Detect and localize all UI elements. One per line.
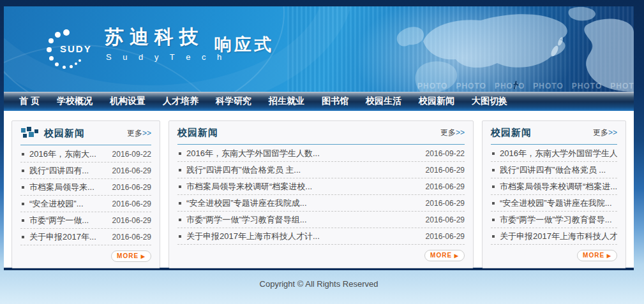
news-item-row: 践行“四讲四有”做合格党员 ...	[491, 162, 617, 178]
nav-item[interactable]: 学校概况	[57, 96, 93, 107]
news-title-link[interactable]: 关于申报2017年上海市科技人才...	[500, 231, 617, 242]
panel-header: 校园新闻 更多>>	[177, 127, 465, 145]
news-item-row: 关于申报2017年... 2016-06-29	[20, 229, 151, 245]
news-item-row: 2016年，东南大学外国留学生人数... 2016-09-22	[177, 145, 465, 162]
panels-row: 校园新闻 更多>> 2016年，东南大... 2016-09-22 践行“四讲四…	[11, 120, 626, 268]
nav-item[interactable]: 科学研究	[216, 96, 251, 107]
news-item-row: 践行“四讲四有... 2016-06-29	[20, 163, 151, 179]
nav-item[interactable]: 大图切换	[472, 96, 507, 107]
nav-item[interactable]: 校园生活	[366, 96, 401, 107]
news-panel: 校园新闻 更多>> 2016年，东南大... 2016-09-22 践行“四讲四…	[11, 120, 160, 268]
bullet-icon	[492, 152, 495, 155]
bullet-icon	[179, 219, 181, 221]
logo-text: SUDY	[60, 43, 92, 54]
more-link-text: 更多	[440, 128, 456, 137]
more-button[interactable]: MORE ▶	[111, 250, 151, 262]
nav-item[interactable]: 校园新闻	[419, 96, 454, 107]
news-title-link[interactable]: 关于申报2017年上海市科技人才计...	[186, 231, 421, 242]
photo-watermark: PHOTO	[456, 82, 486, 90]
more-button[interactable]: MORE ▶	[424, 250, 465, 261]
news-panel: 校园新闻 更多>> 2016年，东南大学外国留学生人数... 2016-09-2…	[168, 120, 474, 268]
news-item-row: “安全进校园”... 2016-06-29	[20, 196, 151, 212]
news-item-row: “安全进校园”专题讲座在我院成... 2016-06-29	[177, 195, 465, 212]
bullet-icon	[492, 235, 495, 238]
bullet-icon	[22, 219, 24, 222]
more-button-label: MORE	[430, 252, 452, 259]
nav-item[interactable]: 机构设置	[110, 96, 146, 107]
nav-item[interactable]: 人才培养	[163, 96, 198, 107]
panel-header: 校园新闻 更多>>	[491, 127, 617, 145]
panel-title: 校园新闻	[177, 127, 218, 139]
bullet-icon	[22, 203, 24, 205]
more-button-label: MORE	[117, 252, 139, 259]
news-title-link[interactable]: 践行“四讲四有...	[29, 165, 107, 177]
header-banner: SUDY 苏迪科技 S u d y T e c h 响应式 PHOTOPHOTO…	[4, 6, 634, 92]
logo-spinner-dot	[49, 38, 54, 43]
news-title-link[interactable]: “安全进校园”...	[29, 198, 107, 210]
news-item-row: 市委“两学一做... 2016-06-29	[20, 212, 151, 229]
more-link[interactable]: 更多>>	[127, 128, 151, 139]
news-title-link[interactable]: 2016年，东南大...	[29, 148, 107, 160]
news-item-row: 践行“四讲四有”做合格党员 主... 2016-06-29	[177, 162, 465, 178]
news-item-row: 关于申报2017年上海市科技人才...	[491, 228, 617, 245]
news-item-row: 2016年，东南大... 2016-09-22	[20, 146, 151, 163]
news-list: 2016年，东南大学外国留学生人... 践行“四讲四有”做合格党员 ... 市档…	[491, 145, 617, 245]
news-title-link[interactable]: “安全进校园”专题讲座在我院成...	[186, 198, 421, 209]
photo-watermark: PHOTO	[417, 82, 447, 90]
photo-watermark: PHOTO	[610, 82, 634, 90]
bullet-icon	[22, 186, 24, 189]
news-item-row: 市委“两学一做”学习教育督导组... 2016-06-29	[177, 212, 465, 228]
site-logo[interactable]: SUDY	[26, 23, 115, 76]
bullet-icon	[492, 169, 495, 171]
news-title-link[interactable]: 践行“四讲四有”做合格党员 主...	[186, 164, 421, 176]
news-title-link[interactable]: 2016年，东南大学外国留学生人数...	[186, 148, 421, 159]
photo-watermark-row: PHOTOPHOTOPHOTOPHOTOPHOTOPHOTOPHOTOPHOTO	[417, 82, 634, 90]
nav-item[interactable]: 招生就业	[269, 96, 304, 107]
panel-title: 校园新闻	[44, 127, 85, 140]
news-date: 2016-06-29	[112, 199, 151, 208]
bullet-icon	[22, 236, 24, 238]
main-nav: 首 页学校概况机构设置人才培养科学研究招生就业图书馆校园生活校园新闻大图切换	[4, 92, 634, 111]
main-content: 校园新闻 更多>> 2016年，东南大... 2016-09-22 践行“四讲四…	[4, 111, 634, 270]
logo-spinner-dot	[75, 62, 77, 65]
more-button-arrow-icon: ▶	[454, 253, 459, 259]
news-title-link[interactable]: 市委“两学一做”学习教育督导组...	[186, 214, 421, 226]
news-item-row: 市委“两学一做”学习教育督导...	[491, 212, 617, 228]
more-link-arrows: >>	[456, 128, 465, 137]
logo-spinner-dot	[55, 62, 59, 66]
footer: Copyright © All Rights Reserved	[4, 270, 634, 289]
more-button-arrow-icon: ▶	[607, 253, 611, 259]
more-link[interactable]: 更多>>	[440, 127, 465, 138]
news-date: 2016-06-29	[112, 166, 151, 175]
news-item-row: 市档案局领导来... 2016-06-29	[20, 179, 151, 196]
news-title-link[interactable]: 2016年，东南大学外国留学生人...	[500, 148, 617, 159]
more-link[interactable]: 更多>>	[593, 127, 617, 138]
bullet-icon	[179, 152, 181, 155]
news-item-row: 关于申报2017年上海市科技人才计... 2016-06-29	[177, 228, 465, 245]
news-panel: 校园新闻 更多>> 2016年，东南大学外国留学生人... 践行“四讲四有”做合…	[482, 120, 626, 268]
logo-spinner-dot	[63, 66, 66, 69]
news-title-link[interactable]: 市档案局领导来校调研“档案进...	[500, 181, 617, 192]
more-button[interactable]: MORE ▶	[577, 250, 617, 261]
nav-item[interactable]: 图书馆	[322, 96, 348, 107]
news-title-link[interactable]: 市委“两学一做...	[29, 215, 107, 226]
site-container: SUDY 苏迪科技 S u d y T e c h 响应式 PHOTOPHOTO…	[4, 6, 634, 289]
more-link-arrows: >>	[142, 129, 151, 138]
news-title-link[interactable]: 践行“四讲四有”做合格党员 ...	[500, 164, 617, 176]
news-title-link[interactable]: 关于申报2017年...	[29, 231, 107, 243]
world-map-graphic	[359, 6, 634, 92]
panel-header: 校园新闻 更多>>	[20, 127, 151, 145]
nav-item[interactable]: 首 页	[19, 96, 40, 107]
bullet-icon	[492, 219, 495, 221]
news-title-link[interactable]: “安全进校园”专题讲座在我院...	[500, 198, 617, 209]
news-date: 2016-06-29	[426, 215, 465, 224]
logo-spinner-dot	[70, 65, 73, 68]
news-date: 2016-06-29	[112, 183, 151, 192]
brand-name-english: S u d y T e c h	[105, 52, 226, 62]
photo-watermark: PHOTO	[495, 82, 525, 90]
news-date: 2016-09-22	[426, 149, 465, 158]
more-link-text: 更多	[127, 129, 142, 138]
news-title-link[interactable]: 市委“两学一做”学习教育督导...	[500, 214, 617, 226]
news-title-link[interactable]: 市档案局领导来...	[29, 182, 107, 193]
news-title-link[interactable]: 市档案局领导来校调研“档案进校...	[186, 181, 421, 192]
